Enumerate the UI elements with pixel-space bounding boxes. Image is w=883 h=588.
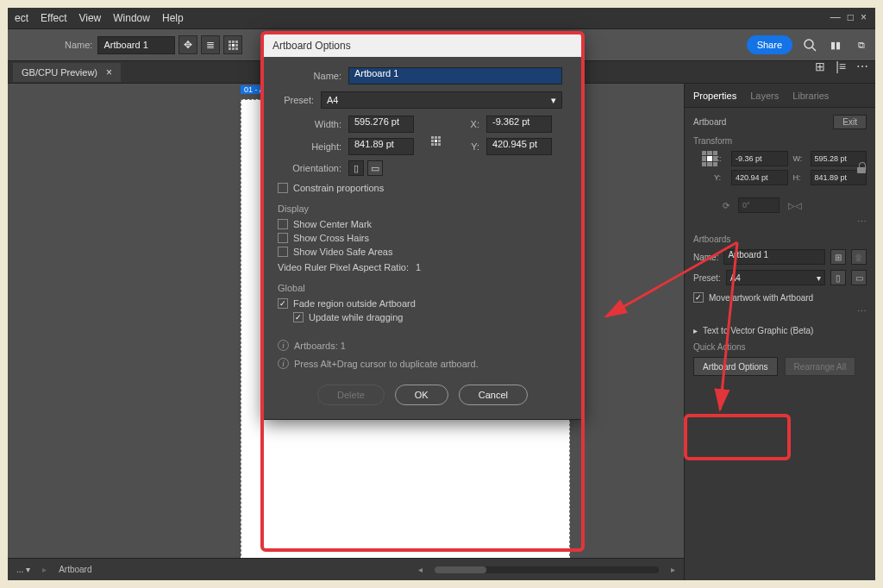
center-mark-label: Show Center Mark: [293, 219, 372, 229]
orient-portrait-icon[interactable]: ▯: [830, 270, 846, 285]
dialog-title: Artboard Options: [264, 34, 581, 57]
cross-hairs-label: Show Cross Hairs: [293, 233, 369, 243]
aspect-label: Video Ruler Pixel Aspect Ratio:: [278, 262, 409, 272]
fade-label: Fade region outside Artboard: [293, 298, 416, 309]
flip-h-icon[interactable]: ▷◁: [788, 201, 802, 210]
tab-properties[interactable]: Properties: [693, 91, 736, 101]
dlg-orientation-label: Orientation:: [278, 163, 341, 173]
rotate-input[interactable]: 0°: [738, 197, 780, 213]
panel-name-label: Name:: [693, 253, 718, 262]
menu-bar: ect Effect View Window Help: [8, 8, 875, 28]
tab-layers[interactable]: Layers: [750, 91, 779, 101]
update-drag-checkbox[interactable]: [293, 312, 304, 322]
artboard-options-button[interactable]: Artboard Options: [693, 357, 778, 376]
properties-panel: Properties Layers Libraries Artboard Exi…: [684, 84, 875, 580]
artboard-name-label: Name:: [65, 40, 92, 50]
exit-button[interactable]: Exit: [833, 115, 867, 129]
center-mark-checkbox[interactable]: [278, 219, 288, 229]
dlg-width-label: Width:: [305, 119, 341, 129]
close-window-icon[interactable]: ×: [861, 11, 867, 23]
y-input[interactable]: 420.94 pt: [731, 170, 788, 185]
options-icon[interactable]: ≣: [201, 35, 220, 54]
dlg-name-input[interactable]: Artboard 1: [348, 67, 562, 84]
dlg-height-label: Height:: [305, 141, 341, 152]
more-icon[interactable]: ⋯: [856, 59, 868, 73]
document-tab[interactable]: GB/CPU Preview) ×: [13, 63, 121, 82]
move-artwork-label: Move artwork with Artboard: [709, 293, 813, 303]
dlg-y-input[interactable]: 420.945 pt: [486, 138, 552, 155]
dlg-y-label: Y:: [467, 141, 479, 152]
grid-icon[interactable]: ⊞: [815, 59, 825, 73]
move-artwork-checkbox[interactable]: [693, 292, 704, 303]
cross-hairs-checkbox[interactable]: [278, 233, 288, 243]
close-tab-icon[interactable]: ×: [106, 66, 112, 78]
menu-item-effect[interactable]: Effect: [41, 12, 66, 24]
rotate-icon: ⟳: [723, 201, 730, 210]
rearrange-all-button[interactable]: Rearrange All: [785, 357, 856, 376]
h-label: H:: [793, 173, 805, 182]
share-button[interactable]: Share: [747, 35, 792, 54]
panel-name-input[interactable]: Artboard 1: [723, 249, 825, 265]
dlg-landscape-icon[interactable]: ▭: [367, 160, 383, 176]
dlg-name-label: Name:: [278, 71, 341, 81]
dlg-x-label: X:: [467, 119, 479, 129]
constrain-checkbox[interactable]: [278, 183, 288, 193]
panel-preset-select[interactable]: A4▾: [726, 270, 825, 285]
horizontal-scrollbar[interactable]: [435, 566, 659, 573]
display-heading: Display: [278, 203, 567, 214]
update-drag-label: Update while dragging: [309, 312, 403, 322]
menu-item-help[interactable]: Help: [162, 12, 184, 24]
panel-preset-label: Preset:: [693, 273, 721, 283]
arrange-icon[interactable]: ▮▮: [827, 36, 844, 53]
dlg-anchor-icon[interactable]: [431, 136, 441, 146]
dlg-width-input[interactable]: 595.276 pt: [348, 116, 414, 133]
duplicate-tip: Press Alt+Drag cursor to duplicate artbo…: [294, 359, 479, 369]
ok-button[interactable]: OK: [395, 385, 448, 405]
artboards-heading: Artboards: [693, 235, 867, 244]
tab-libraries[interactable]: Libraries: [792, 91, 829, 101]
dlg-x-input[interactable]: -9.362 pt: [486, 116, 552, 133]
zoom-dropdown[interactable]: ... ▾: [16, 565, 30, 574]
y-label: Y:: [714, 173, 726, 182]
menu-item-view[interactable]: View: [78, 12, 101, 24]
artboard-name-input[interactable]: Artboard 1: [97, 36, 175, 54]
search-icon[interactable]: [801, 36, 818, 53]
t2v-label[interactable]: Text to Vector Graphic (Beta): [703, 326, 813, 335]
artboard-count: Artboards: 1: [294, 341, 346, 351]
aspect-input[interactable]: 1: [416, 262, 450, 272]
anchor-grid-icon[interactable]: [223, 35, 242, 54]
delete-artboard-icon[interactable]: 🗑: [851, 249, 867, 265]
cancel-button[interactable]: Cancel: [459, 385, 528, 405]
menu-item[interactable]: ect: [15, 12, 28, 24]
link-wh-icon[interactable]: [855, 161, 868, 175]
status-bar: ... ▾ ▸ Artboard ◂ ▸: [8, 558, 684, 580]
chevron-right-icon[interactable]: ▸: [693, 326, 698, 335]
info-icon: i: [278, 358, 289, 369]
selection-type: Artboard: [693, 117, 726, 127]
safe-areas-checkbox[interactable]: [278, 247, 288, 257]
dlg-preset-select[interactable]: A4▾: [321, 91, 562, 109]
maximize-icon[interactable]: □: [848, 11, 854, 23]
menu-item-window[interactable]: Window: [113, 12, 150, 24]
dlg-preset-label: Preset:: [278, 95, 314, 105]
panel-tabs: Properties Layers Libraries: [685, 84, 875, 108]
artboard-options-dialog: Artboard Options Name: Artboard 1 Preset…: [263, 34, 582, 420]
svg-line-1: [812, 47, 816, 51]
workspace-icon[interactable]: ⧉: [853, 36, 870, 53]
new-artboard-icon[interactable]: ⊞: [830, 249, 846, 265]
reference-point-icon[interactable]: [702, 151, 717, 166]
minimize-icon[interactable]: —: [830, 11, 841, 23]
transform-heading: Transform: [693, 136, 867, 146]
w-label: W:: [793, 154, 805, 163]
orient-landscape-icon[interactable]: ▭: [851, 270, 867, 285]
panel-icon-strip: ⊞ |≡ ⋯: [815, 59, 868, 73]
align-icon[interactable]: |≡: [836, 59, 846, 73]
move-artwork-toggle-icon[interactable]: ✥: [178, 35, 197, 54]
delete-button[interactable]: Delete: [317, 385, 385, 405]
dlg-portrait-icon[interactable]: ▯: [348, 160, 364, 176]
info-icon: i: [278, 340, 289, 351]
status-label: Artboard: [59, 565, 91, 574]
x-input[interactable]: -9.36 pt: [731, 151, 788, 166]
dlg-height-input[interactable]: 841.89 pt: [348, 138, 414, 155]
fade-checkbox[interactable]: [278, 298, 288, 309]
